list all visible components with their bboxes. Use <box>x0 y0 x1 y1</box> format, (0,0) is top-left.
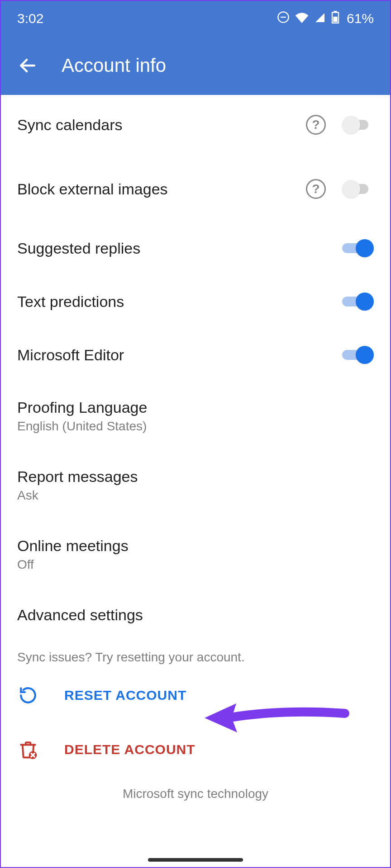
setting-value: Off <box>17 557 129 572</box>
delete-account-button[interactable]: DELETE ACCOUNT <box>17 722 374 777</box>
cell-signal-icon <box>314 11 326 26</box>
toggle-suggested-replies[interactable] <box>342 239 374 258</box>
setting-label: Text predictions <box>17 293 124 311</box>
setting-label: Report messages <box>17 468 138 486</box>
reset-account-button[interactable]: RESET ACCOUNT <box>17 668 374 722</box>
setting-proofing-language[interactable]: Proofing Language English (United States… <box>17 382 374 451</box>
svg-rect-4 <box>333 16 337 22</box>
setting-advanced-settings[interactable]: Advanced settings <box>17 589 374 641</box>
trash-icon <box>17 739 39 760</box>
setting-label: Sync calendars <box>17 116 122 134</box>
reset-icon <box>17 684 39 706</box>
setting-label: Block external images <box>17 180 168 198</box>
help-icon[interactable]: ? <box>306 115 326 135</box>
setting-online-meetings[interactable]: Online meetings Off <box>17 520 374 589</box>
back-button[interactable] <box>15 53 40 78</box>
delete-account-label: DELETE ACCOUNT <box>64 742 196 757</box>
help-icon[interactable]: ? <box>306 179 326 199</box>
battery-icon <box>331 11 339 27</box>
toggle-text-predictions[interactable] <box>342 292 374 311</box>
setting-label: Microsoft Editor <box>17 346 124 364</box>
app-bar: Account info <box>1 36 390 95</box>
reset-account-label: RESET ACCOUNT <box>64 688 186 703</box>
status-time: 3:02 <box>17 11 43 26</box>
battery-percent: 61% <box>347 11 374 26</box>
nav-handle[interactable] <box>148 858 243 862</box>
setting-label: Advanced settings <box>17 606 143 624</box>
footer-text: Microsoft sync technology <box>17 777 374 822</box>
setting-suggested-replies[interactable]: Suggested replies <box>17 216 374 275</box>
toggle-block-external-images[interactable] <box>342 179 374 198</box>
setting-sync-calendars[interactable]: Sync calendars ? <box>17 95 374 152</box>
setting-label: Online meetings <box>17 537 129 555</box>
setting-value: English (United States) <box>17 419 147 434</box>
page-title: Account info <box>62 55 166 76</box>
reset-hint: Sync issues? Try resetting your account. <box>17 641 374 668</box>
setting-label: Proofing Language <box>17 399 147 416</box>
setting-block-external-images[interactable]: Block external images ? <box>17 152 374 216</box>
setting-report-messages[interactable]: Report messages Ask <box>17 451 374 520</box>
status-bar: 3:02 61% <box>1 1 390 36</box>
setting-microsoft-editor[interactable]: Microsoft Editor <box>17 328 374 382</box>
setting-text-predictions[interactable]: Text predictions <box>17 275 374 328</box>
settings-list: Sync calendars ? Block external images ?… <box>1 95 390 867</box>
setting-label: Suggested replies <box>17 240 140 257</box>
dnd-icon <box>277 11 290 27</box>
toggle-sync-calendars[interactable] <box>342 115 374 134</box>
toggle-microsoft-editor[interactable] <box>342 345 374 364</box>
setting-value: Ask <box>17 488 138 503</box>
wifi-icon <box>295 11 309 26</box>
